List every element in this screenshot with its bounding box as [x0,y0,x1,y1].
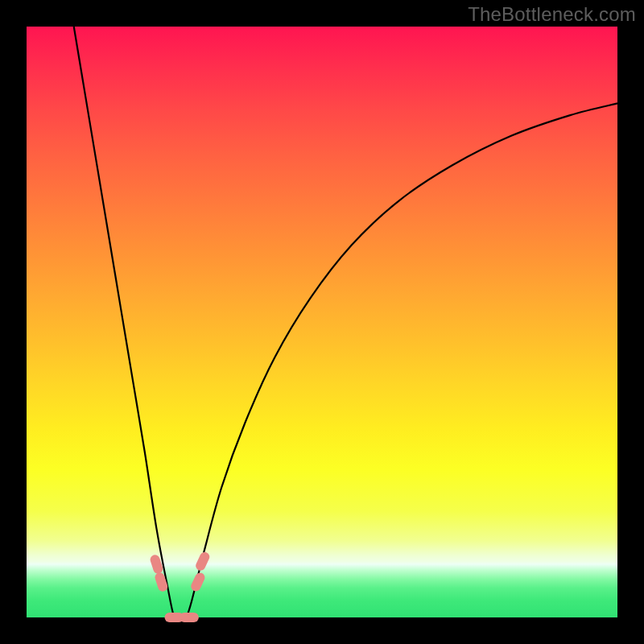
chart-frame: TheBottleneck.com [0,0,644,644]
plot-area [27,27,617,617]
curve-layer [27,27,617,617]
marker-layer [149,551,211,622]
watermark-text: TheBottleneck.com [468,3,636,26]
marker-flat-right [180,613,199,622]
bottleneck-curve [74,27,617,620]
marker-right-lower [189,572,206,593]
marker-right-upper [194,551,211,572]
